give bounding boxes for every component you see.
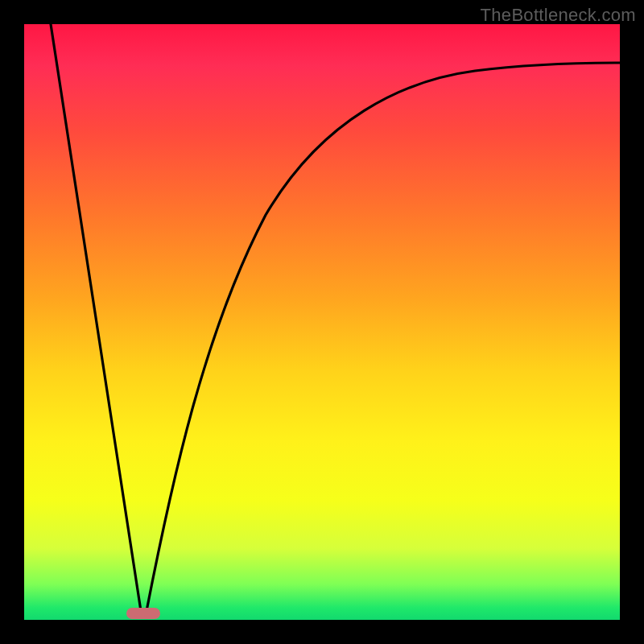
- watermark-text: TheBottleneck.com: [481, 5, 636, 26]
- chart-frame: TheBottleneck.com: [0, 0, 644, 644]
- curve-right-branch: [147, 63, 620, 611]
- plot-area: [24, 24, 620, 620]
- curve-left-branch: [51, 24, 141, 611]
- optimal-marker: [126, 608, 160, 619]
- bottleneck-curve: [24, 24, 620, 620]
